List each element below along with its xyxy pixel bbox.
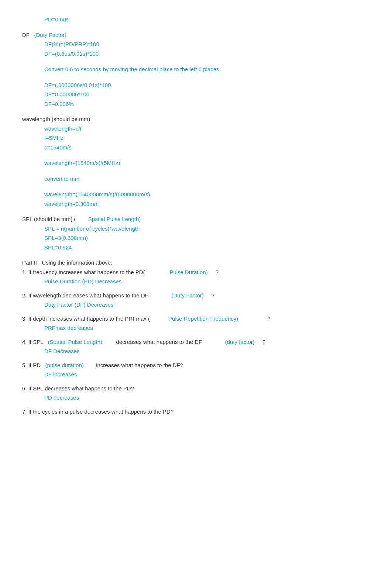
q5-start: 5. If PD [22,362,41,368]
wavelength-section: wavelength (should be mm) wavelength=c/f… [22,114,370,208]
wavelength-mm-results: wavelength=(1540000mm/s)/(5000000m/s) wa… [44,190,370,208]
spl-section: SPL (should be mm) ( Spatial Pulse Lengt… [22,214,370,252]
q2-end: ? [212,292,214,299]
df-formulas: DF(%)=(PD/PRP)*100 DF=(0.6us/0.01s)*100 [44,39,370,58]
q1-answer: Pulse Duration (PD) Decreases [44,277,370,286]
q2-line: 2. If wavelength decreases what happens … [22,291,370,300]
spl-result: SPL=0.924 [44,243,370,252]
df-convert-note: Convert 0.6 to seconds by moving the dec… [44,65,370,74]
q3-text: 3. If depth increases what happens to th… [22,315,150,322]
df-results: DF=(.0000006s/0.01s)*100 DF=0.000006*100… [44,80,370,109]
df-label: DF [22,32,30,38]
q4-start: 4. If SPL [22,339,43,345]
q7-line: 7. If the cycles in a pulse decreases wh… [22,407,370,417]
wavelength-formula3: wavelength=(1540000mm/s)/(5000000m/s) [44,190,370,199]
q3-answer: PRFmax decreases [44,323,370,333]
spl-desc: Spatial Pulse Length) [88,216,141,222]
q6-line: 6. If SPL decreases what happens to the … [22,384,370,393]
df-formula4: DF=0.000006*100 [44,90,370,99]
pd-value: PD=0.6us [44,16,69,23]
q1-cyan1: Pulse Duration) [169,269,207,275]
q1-end: ? [216,269,219,275]
q4-cyan2: (duty factor) [225,339,255,345]
wavelength-formulas: wavelength=c/f f=5MHz c=1540m/s [44,124,370,152]
q6-answer: PD decreases [44,393,370,403]
q1-text: 1. If frequency increases what happens t… [22,269,145,275]
q4-section: 4. If SPL (Spatial Pulse Length) decreas… [22,337,370,356]
q6-section: 6. If SPL decreases what happens to the … [22,384,370,403]
page-content: PD=0.6us DF (Duty Factor) DF(%)=(PD/PRP)… [22,15,370,416]
q4-mid: decreases what happens to the DF [116,339,202,345]
wavelength-formula1: wavelength=c/f [44,124,370,134]
spl-formulas: SPL = n(number of cycles)*wavelength SPL… [44,224,370,252]
q3-cyan1: Pulse Repetition Frequency) [168,315,238,322]
q1-line: 1. If frequency increases what happens t… [22,268,370,277]
q5-mid: increases what happens to the DF? [96,362,183,368]
df-formula3: DF=(.0000006s/0.01s)*100 [44,80,370,90]
q7-section: 7. If the cycles in a pulse decreases wh… [22,407,370,417]
convert-to-mm: convert to mm [44,174,370,184]
df-formula5: DF=0.006% [44,99,370,109]
q4-cyan1: (Spatial Pulse Length) [48,339,103,345]
q3-end: ? [268,315,271,322]
spl-label: SPL (should be mm) ( [22,216,76,222]
df-header-line: DF (Duty Factor) [22,30,370,40]
q5-answer: DF increases [44,370,370,379]
q2-text: 2. If wavelength decreases what happens … [22,292,148,299]
df-desc: (Duty Factor) [34,32,67,38]
spl-header-line: SPL (should be mm) ( Spatial Pulse Lengt… [22,214,370,224]
q5-cyan1: (pulse duration) [45,362,84,368]
q4-answer: DF Decreases [44,346,370,356]
q1-section: 1. If frequency increases what happens t… [22,268,370,286]
pd-value-line: PD=0.6us [44,15,370,24]
wavelength-f: f=5MHz [44,133,370,143]
convert-to-mm-line: convert to mm [44,174,370,184]
q3-section: 3. If depth increases what happens to th… [22,314,370,333]
spl-formula1: SPL = n(number of cycles)*wavelength [44,224,370,234]
df-section: DF (Duty Factor) DF(%)=(PD/PRP)*100 DF=(… [22,30,370,109]
df-formula1: DF(%)=(PD/PRP)*100 [44,39,370,49]
q4-end: ? [262,339,265,345]
q2-cyan1: (Duty Factor) [171,292,204,299]
wavelength-header: wavelength (should be mm) [22,114,370,124]
df-convert-text: Convert 0.6 to seconds by moving the dec… [44,65,370,74]
spl-formula2: SPL=3(0.308mm) [44,233,370,243]
q3-line: 3. If depth increases what happens to th… [22,314,370,324]
q5-line: 5. If PD (pulse duration) increases what… [22,361,370,370]
q5-section: 5. If PD (pulse duration) increases what… [22,361,370,379]
q2-section: 2. If wavelength decreases what happens … [22,291,370,310]
wavelength-result: wavelength=0.308mm [44,199,370,209]
part2-section: Part II - Using the information above: 1… [22,258,370,416]
df-formula2: DF=(0.6us/0.01s)*100 [44,49,370,59]
wavelength-c: c=1540m/s [44,143,370,152]
wavelength-formula2: wavelength=(1540m/s)/(5MHz) [44,158,370,168]
part2-title: Part II - Using the information above: [22,258,370,268]
wavelength-calc: wavelength=(1540m/s)/(5MHz) [44,158,370,168]
q2-answer: Duty Factor (DF) Decreases [44,300,370,310]
q4-line: 4. If SPL (Spatial Pulse Length) decreas… [22,337,370,347]
